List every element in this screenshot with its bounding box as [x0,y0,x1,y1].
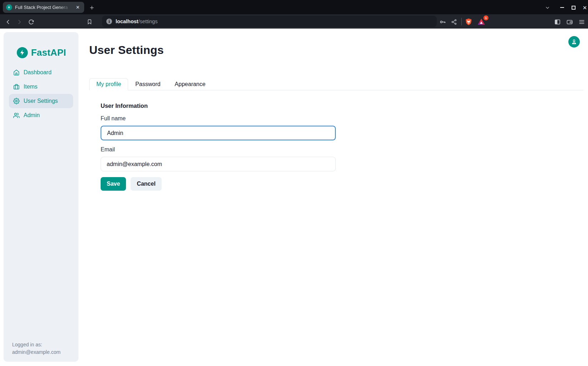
brave-rewards-icon[interactable]: 1 [477,17,486,26]
window-close-button[interactable]: ✕ [580,3,588,12]
email-label: Email [101,146,336,153]
brave-shields-icon[interactable] [464,17,473,26]
site-info-icon[interactable]: i [106,19,112,24]
brand-name: FastAPI [31,47,66,58]
browser-window: Full Stack Project Genera ✕ ✕ i localhos… [0,0,588,366]
sidebar-item-dashboard[interactable]: Dashboard [9,65,73,80]
full-name-input[interactable] [101,126,336,140]
logged-in-label: Logged in as: [12,341,61,349]
users-icon [13,112,20,119]
sidebar-item-label: Dashboard [24,69,51,76]
sidebar-item-user-settings[interactable]: User Settings [9,94,73,108]
menu-icon[interactable] [577,17,586,26]
email-input[interactable] [101,157,336,171]
browser-tab[interactable]: Full Stack Project Genera ✕ [3,2,84,13]
form-actions: Save Cancel [101,177,336,191]
minimize-button[interactable] [557,3,567,12]
url-text: localhost/settings [116,19,158,24]
sidebar-panel-icon[interactable] [553,17,562,26]
browser-tab-strip: Full Stack Project Genera ✕ ✕ [0,0,588,14]
sidebar-item-label: User Settings [24,98,58,104]
rewards-badge: 1 [483,15,488,20]
home-icon [13,69,20,76]
tab-password[interactable]: Password [128,78,167,90]
page-title: User Settings [89,44,164,57]
page-content: FastAPI Dashboard Items [0,29,588,366]
profile-panel: User Information Full name Email Save Ca… [101,90,336,191]
user-avatar-icon [571,39,577,45]
tab-title: Full Stack Project Genera [15,5,72,10]
new-tab-icon[interactable] [87,3,96,12]
tab-my-profile[interactable]: My profile [89,78,128,90]
gear-icon [13,98,20,104]
sidebar-item-items[interactable]: Items [9,80,73,94]
address-bar[interactable]: i localhost/settings [102,16,437,27]
section-title: User Information [101,102,336,109]
sidebar: FastAPI Dashboard Items [4,32,78,362]
forward-icon[interactable] [15,17,24,26]
cancel-button[interactable]: Cancel [131,177,161,191]
url-host: localhost [116,19,138,24]
wallet-icon[interactable] [565,17,574,26]
settings-tabs: My profile Password Appearance [89,78,583,90]
reload-icon[interactable] [26,17,36,26]
sidebar-nav: Dashboard Items User Settings [4,65,78,122]
share-icon[interactable] [449,17,458,26]
user-avatar-button[interactable] [568,36,580,47]
fastapi-favicon-icon [6,4,12,10]
sidebar-item-admin[interactable]: Admin [9,108,73,122]
navbar-divider [461,18,462,25]
sidebar-item-label: Items [24,84,37,90]
save-button[interactable]: Save [101,177,126,191]
tab-search-chevron-icon[interactable] [543,3,552,12]
full-name-label: Full name [101,115,336,122]
sidebar-item-label: Admin [24,112,40,119]
logged-in-info: Logged in as: admin@example.com [12,341,61,356]
url-path: /settings [138,19,158,24]
fastapi-bolt-icon [17,47,28,58]
key-icon[interactable] [438,17,447,26]
maximize-button[interactable] [569,3,578,12]
tab-close-icon[interactable]: ✕ [75,4,81,11]
back-icon[interactable] [3,17,12,26]
fastapi-logo[interactable]: FastAPI [17,47,66,58]
bookmark-icon[interactable] [85,17,94,26]
tab-appearance[interactable]: Appearance [168,78,213,90]
briefcase-icon [13,84,20,90]
logged-in-email: admin@example.com [12,349,61,356]
